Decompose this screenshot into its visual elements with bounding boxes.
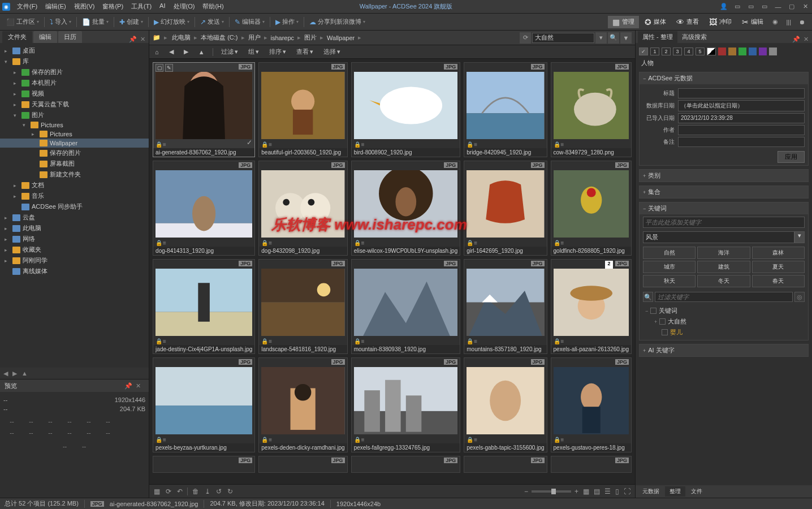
thumbnail[interactable]: JPG🔒≡beautiful-girl-2003650_1920.jpg [258, 62, 347, 157]
thumbnail[interactable]: JPG▢✎✓🔒≡ai-generated-8367062_1920.jpg [153, 62, 255, 157]
menu-item[interactable]: 处理(O) [170, 1, 198, 12]
rating-check[interactable]: ✓ [639, 48, 648, 55]
breadcrumb-item[interactable]: 图片 [302, 32, 319, 43]
tree-item[interactable]: 屏幕截图 [0, 158, 149, 169]
nav-fwd-icon[interactable]: ▶ [182, 48, 191, 56]
folder-tree[interactable]: ▸桌面▾库▸保存的图片▸本机照片▸视频▸天翼云盘下载▾图片▾Pictures▸P… [0, 43, 149, 368]
tree-item[interactable]: ▾Pictures [0, 120, 149, 130]
tree-item[interactable]: ▸此电脑 [0, 223, 149, 234]
keyword-preset-drop[interactable]: ▾ [794, 231, 805, 243]
undo-icon[interactable]: ↶ [176, 488, 184, 495]
color-orange[interactable] [728, 48, 736, 55]
breadcrumb-item[interactable]: 本地磁盘 (C:) [198, 32, 240, 43]
keyword-input[interactable] [643, 217, 805, 228]
rating-2[interactable]: 2 [662, 48, 671, 55]
thumbnail[interactable]: JPG🔒≡bridge-8420945_1920.jpg [464, 62, 547, 157]
rating-1[interactable]: 1 [650, 48, 659, 55]
tree-up-icon[interactable]: ▲ [21, 370, 28, 377]
rating-bw[interactable] [707, 48, 716, 55]
view4-icon[interactable]: ▯ [614, 488, 620, 495]
thumbnail[interactable]: JPG🔒≡elise-wilcox-19WCP0UbL9Y-unsplash.j… [351, 161, 461, 256]
keyword-button[interactable]: 海洋 [697, 247, 750, 259]
tree-item[interactable]: 新建文件夹 [0, 169, 149, 180]
breadcrumb-item[interactable]: 用户 [246, 32, 263, 43]
toolbar-批量[interactable]: 📄批量▾ [79, 16, 111, 27]
toolbar-分享到新浪微博[interactable]: ☁分享到新浪微博▾ [306, 16, 368, 27]
breadcrumb-item[interactable]: 此电脑 [170, 32, 193, 43]
refresh2-icon[interactable]: ⟳ [165, 488, 172, 495]
tree-item[interactable]: ▸收藏夹 [0, 244, 149, 255]
toolbar-发送[interactable]: ↗发送▾ [197, 16, 227, 27]
thumbnail[interactable]: JPG🔒≡goldfinch-8268805_1920.jpg [551, 161, 632, 256]
btab-organize[interactable]: 整理 [665, 486, 685, 497]
kw-tree-root[interactable]: −关键词 [645, 305, 805, 316]
toolbar-导入[interactable]: ⤵导入▾ [47, 16, 74, 27]
apply-button[interactable]: 应用 [778, 151, 805, 163]
kw-tree-item[interactable]: +大自然 [654, 316, 805, 327]
view1-icon[interactable]: ▦ [582, 488, 590, 495]
tree-item[interactable]: ▸云盘 [0, 212, 149, 223]
zoom-out-icon[interactable]: − [523, 488, 529, 495]
tree-item[interactable]: 保存的图片 [0, 148, 149, 158]
search-input[interactable] [532, 33, 594, 43]
rotate-r-icon[interactable]: ↻ [226, 488, 234, 495]
thumbnail[interactable]: JPG [551, 456, 632, 473]
kw-tree-item[interactable]: 婴儿 [654, 327, 805, 338]
thumbnail[interactable]: JPG🔒≡pexels-beyzaa-yurtkuran.jpg [153, 357, 255, 452]
extra-icon[interactable]: ||| [783, 19, 794, 25]
breadcrumb-item[interactable]: Wallpaper [325, 33, 357, 42]
nav-home-icon[interactable]: ⌂ [153, 48, 161, 56]
toolbar-创建[interactable]: ✚创建▾ [116, 16, 146, 27]
tree-item[interactable]: ▸阿刚同学 [0, 255, 149, 266]
left-tab-日历[interactable]: 日历 [58, 31, 82, 43]
tree-item[interactable]: ▸网络 [0, 234, 149, 244]
tree-item[interactable]: ACDSee 同步助手 [0, 201, 149, 212]
nav-up-icon[interactable]: ▲ [196, 48, 207, 56]
ai-keywords-section[interactable]: +AI 关键字 [639, 344, 809, 357]
thumbnail[interactable]: JPG🔒≡pexels-gabb-tapic-3155600.jpg [464, 357, 547, 452]
color-red[interactable] [718, 48, 726, 55]
tab-advanced-search[interactable]: 高级搜索 [677, 31, 711, 43]
rotate-l-icon[interactable]: ↺ [215, 488, 223, 495]
btab-metadata[interactable]: 元数据 [638, 486, 664, 497]
menu-item[interactable]: 窗格(P) [99, 1, 127, 12]
toolbar-幻灯放映[interactable]: ▶幻灯放映▾ [151, 16, 192, 27]
tree-item[interactable]: ▸音乐 [0, 191, 149, 201]
trash-icon[interactable]: 🗑 [191, 488, 200, 495]
keyword-button[interactable]: 森林 [752, 247, 805, 259]
mode-管理[interactable]: ▦管理 [608, 16, 639, 28]
tree-item[interactable]: ▾图片 [0, 110, 149, 120]
user-icon[interactable]: 👤 [719, 3, 728, 10]
search-icon[interactable]: 🔍 [608, 32, 619, 44]
pin-icon[interactable]: 📌 [124, 382, 132, 390]
color-green[interactable] [738, 48, 746, 55]
menu-item[interactable]: 文件(F) [14, 1, 41, 12]
extra-icon[interactable]: ◉ [769, 18, 781, 25]
btab-file[interactable]: 文件 [686, 486, 707, 497]
thumbnail[interactable]: JPG🔒≡dog-8414313_1920.jpg [153, 161, 255, 256]
tree-item[interactable]: ▸Pictures [0, 130, 149, 139]
keyword-preset[interactable]: 风景 [643, 231, 794, 243]
tree-item[interactable]: ▸天翼云盘下载 [0, 99, 149, 110]
category-section[interactable]: +类别 [639, 169, 809, 182]
kw-filter-input[interactable] [655, 292, 793, 302]
group-button[interactable]: 组 ▾ [246, 47, 261, 57]
minimize-icon[interactable]: — [774, 3, 783, 10]
close-icon[interactable]: ✕ [801, 3, 810, 10]
tree-item[interactable]: ▸文档 [0, 180, 149, 191]
collection-section[interactable]: +集合 [639, 186, 809, 199]
color-gray[interactable] [769, 48, 777, 55]
zoom-in-icon[interactable]: + [573, 488, 580, 495]
extra-icon[interactable]: ⏺ [796, 19, 809, 25]
filter-button[interactable]: 过滤 ▾ [219, 47, 240, 57]
thumbnail[interactable]: JPG [351, 456, 461, 473]
thumbnail-grid[interactable]: JPG▢✎✓🔒≡ai-generated-8367062_1920.jpgJPG… [149, 59, 635, 484]
grid-icon[interactable]: ▦ [153, 488, 161, 495]
thumbnail[interactable]: JPG🔒≡pexels-deden-dicky-ramdhani.jpg [258, 357, 347, 452]
layout-icon[interactable]: ▭ [733, 3, 742, 10]
rating-5[interactable]: 5 [696, 48, 705, 55]
tree-back-icon[interactable]: ◀ [3, 370, 8, 377]
expand-icon[interactable]: ⛶ [623, 488, 632, 495]
tree-item[interactable]: 离线媒体 [0, 266, 149, 277]
thumbnail[interactable]: JPG🔒≡mountain-8380938_1920.jpg [351, 259, 461, 354]
